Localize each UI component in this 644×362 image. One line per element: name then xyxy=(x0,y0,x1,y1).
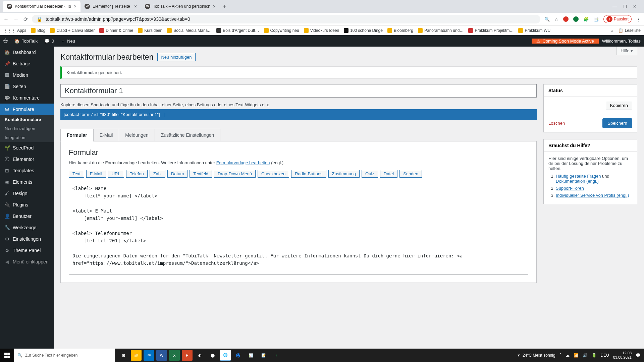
star-icon[interactable]: ☆ xyxy=(554,17,558,22)
bookmarks-overflow-icon[interactable]: » xyxy=(611,28,613,33)
wp-logo-button[interactable]: ⓦ xyxy=(0,35,11,47)
docs-link[interactable]: Dokumentation (engl.) xyxy=(556,179,599,184)
word-icon[interactable]: W xyxy=(156,350,167,361)
url-field[interactable]: 🔒 tobitalk.at/wp-admin/admin.php?page=wp… xyxy=(32,15,540,23)
bookmark-item[interactable]: ⋮⋮⋮Apps xyxy=(3,28,26,33)
bookmark-item[interactable]: Claod + Canva Bilder xyxy=(50,28,95,33)
site-home-button[interactable]: 🏠TobiTalk xyxy=(11,35,41,47)
zoom-icon[interactable]: 🔍 xyxy=(544,17,550,22)
pro-service-link[interactable]: Individueller Service von Profis (engl.) xyxy=(556,193,629,198)
bookmark-item[interactable]: Panoramabahn und… xyxy=(418,28,464,33)
bookmark-item[interactable]: Dinner & Crime xyxy=(99,28,133,33)
puzzle-icon[interactable]: 🧩 xyxy=(583,17,589,22)
chevron-up-icon[interactable]: ˄ xyxy=(559,353,561,358)
bookmark-item[interactable]: Blog xyxy=(31,28,45,33)
sidebar-item-settings[interactable]: ⚙Einstellungen xyxy=(0,233,54,245)
browser-tab[interactable]: W Elementor | Testseite × xyxy=(80,1,141,12)
form-template-textarea[interactable] xyxy=(69,181,528,275)
bookmark-item[interactable]: Bois d'Argent Duft… xyxy=(216,28,259,33)
excel-icon[interactable]: X xyxy=(169,350,180,361)
volume-icon[interactable]: 🔊 xyxy=(583,353,588,358)
chrome-icon[interactable]: 🌐 xyxy=(220,350,231,361)
form-template-link[interactable]: Formularvorlage bearbeiten xyxy=(216,160,270,165)
reload-icon[interactable]: ⟳ xyxy=(23,16,28,22)
bookmark-item[interactable]: Praktikum WU xyxy=(518,28,550,33)
new-content-button[interactable]: ＋Neu xyxy=(57,35,78,47)
onedrive-icon[interactable]: ☁ xyxy=(566,353,570,358)
app-icon[interactable]: 📊 xyxy=(246,350,256,361)
tag-radio-button[interactable]: Radio-Buttons xyxy=(291,170,326,178)
start-button[interactable] xyxy=(0,349,14,362)
menu-icon[interactable]: ⋮ xyxy=(636,17,641,22)
sidebar-item-users[interactable]: 👤Benutzer xyxy=(0,210,54,222)
tab-email[interactable]: E-Mail xyxy=(93,129,119,141)
weather-widget[interactable]: ☀24°C Meist sonnig xyxy=(517,353,555,358)
outlook-icon[interactable]: ✉ xyxy=(144,350,154,361)
help-tab[interactable]: Hilfe ▾ xyxy=(616,47,637,55)
explorer-icon[interactable]: 📁 xyxy=(131,350,142,361)
faq-link[interactable]: Häufig gestellte Fragen xyxy=(556,174,601,179)
tab-additional[interactable]: Zusätzliche Einstellungen xyxy=(155,129,221,141)
battery-icon[interactable]: 🔋 xyxy=(592,353,597,358)
back-icon[interactable]: ← xyxy=(3,16,9,22)
bookmark-item[interactable]: Social Media Mana… xyxy=(167,28,212,33)
forward-icon[interactable]: → xyxy=(13,16,19,22)
reading-list-button[interactable]: 📋Leseliste xyxy=(618,28,641,33)
comments-button[interactable]: 💬0 xyxy=(41,35,57,47)
tab-close-icon[interactable]: × xyxy=(134,4,137,9)
sidebar-item-templates[interactable]: ⊞Templates xyxy=(0,165,54,176)
tag-number-button[interactable]: Zahl xyxy=(150,170,165,178)
copy-button[interactable]: Kopieren xyxy=(606,101,632,110)
bookmark-item[interactable]: Praktikum Projektm… xyxy=(468,28,514,33)
tag-url-button[interactable]: URL xyxy=(108,170,124,178)
sidebar-item-media[interactable]: 🖼Medien xyxy=(0,69,54,81)
account-button[interactable]: Willkommen, Tobias xyxy=(599,39,644,44)
submenu-add-new[interactable]: Neu hinzufügen xyxy=(0,124,54,133)
delete-link[interactable]: Löschen xyxy=(548,121,565,126)
spotify-icon[interactable]: ♪ xyxy=(271,350,282,361)
tag-checkbox-button[interactable]: Checkboxen xyxy=(258,170,289,178)
sidebar-item-dashboard[interactable]: 🏠Dashboard xyxy=(0,47,54,58)
sidebar-item-plugins[interactable]: 🔌Plugins xyxy=(0,199,54,210)
sidebar-item-elementor[interactable]: ⒺElementor xyxy=(0,154,54,165)
tab-close-icon[interactable]: × xyxy=(74,4,76,9)
app-icon[interactable]: ◐ xyxy=(195,350,205,361)
sidebar-item-theme-panel[interactable]: ⚙Theme Panel xyxy=(0,245,54,256)
profile-button[interactable]: T Pausiert xyxy=(603,15,632,23)
browser-tab[interactable]: W TobiTalk – Aktien und persönlich × xyxy=(141,1,220,12)
sidebar-item-tools[interactable]: 🔧Werkzeuge xyxy=(0,222,54,233)
tag-date-button[interactable]: Datum xyxy=(167,170,187,178)
notepad-icon[interactable]: 📝 xyxy=(258,350,269,361)
taskbar-search[interactable]: 🔍Zur Suche Text hier eingeben xyxy=(14,349,115,362)
bookmark-item[interactable]: Copywriting neu xyxy=(264,28,299,33)
new-tab-button[interactable]: + xyxy=(220,3,229,9)
support-link[interactable]: Support-Foren xyxy=(556,186,584,191)
tab-form[interactable]: Formular xyxy=(60,129,94,141)
tag-submit-button[interactable]: Senden xyxy=(399,170,422,178)
sidebar-collapse-button[interactable]: ◀Menü einklappen xyxy=(0,256,54,267)
browser-tab[interactable]: W Kontaktformular bearbeiten ‹ To × xyxy=(3,1,80,12)
add-new-button[interactable]: Neu hinzufügen xyxy=(157,53,195,61)
bookmark-item[interactable]: Videokurs Ideen xyxy=(304,28,339,33)
bookmark-item[interactable]: 100 schöne Dinge xyxy=(344,28,383,33)
tag-file-button[interactable]: Datei xyxy=(380,170,397,178)
sidebar-item-posts[interactable]: 📌Beiträge xyxy=(0,58,54,69)
sidebar-item-comments[interactable]: 💬Kommentare xyxy=(0,92,54,104)
notifications-icon[interactable]: 💬 xyxy=(636,353,641,358)
shortcode-field[interactable]: [contact-form-7 id="930" title="Kontaktf… xyxy=(60,109,537,120)
tag-acceptance-button[interactable]: Zustimmung xyxy=(328,170,360,178)
bookmark-item[interactable]: Bloomberg xyxy=(387,28,413,33)
minimize-icon[interactable]: — xyxy=(612,4,617,9)
sidebar-item-elements[interactable]: ◉Elements xyxy=(0,176,54,188)
edge-icon[interactable]: 🌀 xyxy=(233,350,244,361)
reading-list-icon[interactable]: 📑 xyxy=(593,17,599,22)
submenu-contact-forms[interactable]: Kontaktformulare xyxy=(0,115,54,124)
tag-dropdown-button[interactable]: Drop-Down Menü xyxy=(214,170,256,178)
language-indicator[interactable]: DEU xyxy=(601,353,609,358)
sidebar-item-seedprod[interactable]: 🌱SeedProd xyxy=(0,142,54,154)
sidebar-item-pages[interactable]: 📄Seiten xyxy=(0,81,54,92)
extension-icon[interactable] xyxy=(563,16,569,22)
sidebar-item-forms[interactable]: ✉Formulare xyxy=(0,104,54,115)
tag-text-button[interactable]: Text xyxy=(69,170,84,178)
obs-icon[interactable]: ⬤ xyxy=(207,350,218,361)
